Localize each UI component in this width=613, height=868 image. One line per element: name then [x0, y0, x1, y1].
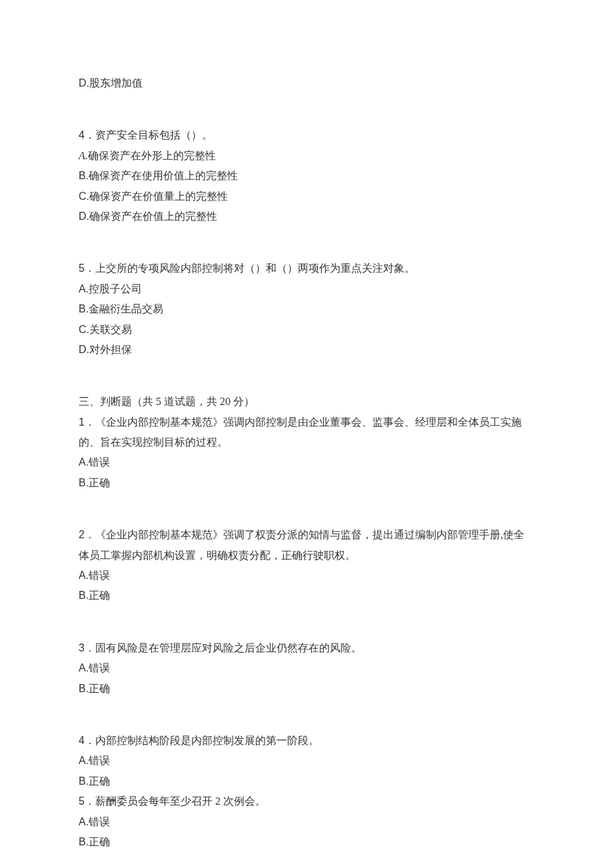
section-title: 三、判断题（共 5 道试题，共 20 分） — [79, 392, 534, 412]
question-stem: 3．固有风险是在管理层应对风险之后企业仍然存在的风险。 — [79, 638, 534, 658]
option-label: A. — [79, 570, 89, 581]
option-text: 金融衍生品交易 — [89, 303, 163, 314]
option-text: 正确 — [89, 683, 110, 694]
option-label: C. — [79, 191, 89, 202]
option-text: 错误 — [89, 816, 110, 827]
option-text: 对外担保 — [89, 344, 132, 355]
question-stem: 5．上交所的专项风险内部控制将对（）和（）两项作为重点关注对象。 — [79, 258, 534, 278]
option-line: D.确保资产在价值上的完整性 — [79, 207, 534, 226]
question-number: 1 — [79, 416, 85, 428]
option-label: A. — [79, 662, 89, 673]
option-line: B.金融衍生品交易 — [79, 299, 534, 319]
option-text: 错误 — [89, 456, 110, 468]
option-text: 股东增加值 — [89, 77, 143, 89]
truefalse-5: 5．薪酬委员会每年至少召开 2 次例会。 A.错误 B.正确 — [79, 791, 534, 852]
question-text: ．《企业内部控制基本规范》强调了权责分派的知情与监督，提出通过编制内部管理手册,… — [79, 529, 524, 560]
option-label: B. — [79, 477, 89, 488]
question-stem: 4．资产安全目标包括（）。 — [79, 125, 534, 145]
option-line: A.错误 — [79, 452, 534, 472]
option-label: A. — [79, 755, 89, 766]
option-label: A. — [79, 816, 89, 827]
option-text: 正确 — [89, 590, 110, 601]
question-stem: 1．《企业内部控制基本规范》强调内部控制是由企业董事会、监事会、经理层和全体员工… — [79, 412, 534, 453]
option-line: A.错误 — [79, 566, 534, 586]
option-label: B. — [79, 683, 89, 694]
option-text: 错误 — [89, 662, 110, 673]
question-number: 2 — [79, 529, 85, 540]
option-text: 正确 — [89, 775, 110, 787]
question-stem: 4．内部控制结构阶段是内部控制发展的第一阶段。 — [79, 731, 534, 751]
option-line: B.正确 — [79, 771, 534, 791]
question-number: 4 — [79, 129, 85, 141]
option-line: A.错误 — [79, 658, 534, 678]
option-label: B. — [79, 836, 89, 847]
option-line: B.确保资产在使用价值上的完整性 — [79, 166, 534, 186]
question-text: ．上交所的专项风险内部控制将对（）和（）两项作为重点关注对象。 — [85, 262, 415, 274]
option-text: 错误 — [89, 755, 110, 766]
option-text: 正确 — [89, 836, 110, 847]
option-text: 确保资产在外形上的完整性 — [88, 150, 216, 161]
option-label: D. — [79, 211, 89, 222]
question-4: 4．资产安全目标包括（）。 A.确保资产在外形上的完整性 B.确保资产在使用价值… — [79, 125, 534, 226]
option-label: A. — [79, 456, 89, 468]
question-stem: 2．《企业内部控制基本规范》强调了权责分派的知情与监督，提出通过编制内部管理手册… — [79, 525, 534, 566]
option-line: B.正确 — [79, 832, 534, 852]
option-line: A.错误 — [79, 812, 534, 832]
question-text: ．《企业内部控制基本规范》强调内部控制是由企业董事会、监事会、经理层和全体员工实… — [79, 416, 522, 448]
question-text: ．内部控制结构阶段是内部控制发展的第一阶段。 — [85, 735, 319, 746]
option-text: 正确 — [89, 477, 110, 488]
question-number: 4 — [79, 735, 85, 746]
option-line: C.确保资产在价值量上的完整性 — [79, 187, 534, 207]
question-text: ．固有风险是在管理层应对风险之后企业仍然存在的风险。 — [85, 642, 362, 653]
option-text: 确保资产在价值量上的完整性 — [89, 191, 228, 202]
option-label: D. — [79, 77, 89, 89]
option-label: D. — [79, 344, 89, 355]
leading-option-block: D.股东增加值 — [79, 73, 534, 93]
option-line: A.控股子公司 — [79, 279, 534, 299]
truefalse-4: 4．内部控制结构阶段是内部控制发展的第一阶段。 A.错误 B.正确 — [79, 731, 534, 791]
question-5: 5．上交所的专项风险内部控制将对（）和（）两项作为重点关注对象。 A.控股子公司… — [79, 258, 534, 360]
section-3-header: 三、判断题（共 5 道试题，共 20 分） — [79, 392, 534, 412]
option-label: A. — [79, 283, 89, 294]
truefalse-2: 2．《企业内部控制基本规范》强调了权责分派的知情与监督，提出通过编制内部管理手册… — [79, 525, 534, 606]
option-line: D.对外担保 — [79, 340, 534, 360]
option-label: B. — [79, 775, 89, 787]
option-text: 错误 — [89, 570, 110, 581]
option-label: B. — [79, 170, 89, 181]
question-text: ．资产安全目标包括（）。 — [85, 129, 213, 141]
question-stem: 5．薪酬委员会每年至少召开 2 次例会。 — [79, 791, 534, 811]
option-line: B.正确 — [79, 586, 534, 606]
truefalse-3: 3．固有风险是在管理层应对风险之后企业仍然存在的风险。 A.错误 B.正确 — [79, 638, 534, 699]
question-text: ．薪酬委员会每年至少召开 2 次例会。 — [85, 795, 266, 807]
option-line: C.关联交易 — [79, 320, 534, 340]
option-text: 确保资产在价值上的完整性 — [89, 211, 217, 222]
option-label: A. — [79, 150, 88, 161]
option-text: 确保资产在使用价值上的完整性 — [89, 170, 238, 181]
option-label: B. — [79, 590, 89, 601]
option-text: 关联交易 — [89, 324, 132, 335]
question-number: 3 — [79, 642, 85, 653]
question-number: 5 — [79, 795, 85, 807]
option-line: B.正确 — [79, 473, 534, 493]
option-line: D.股东增加值 — [79, 73, 534, 93]
truefalse-1: 1．《企业内部控制基本规范》强调内部控制是由企业董事会、监事会、经理层和全体员工… — [79, 412, 534, 494]
question-number: 5 — [79, 262, 85, 274]
option-label: B. — [79, 303, 89, 314]
option-label: C. — [79, 324, 89, 335]
option-line: B.正确 — [79, 679, 534, 699]
option-line: A.错误 — [79, 751, 534, 771]
option-text: 控股子公司 — [89, 283, 142, 294]
option-line: A.确保资产在外形上的完整性 — [79, 146, 534, 166]
